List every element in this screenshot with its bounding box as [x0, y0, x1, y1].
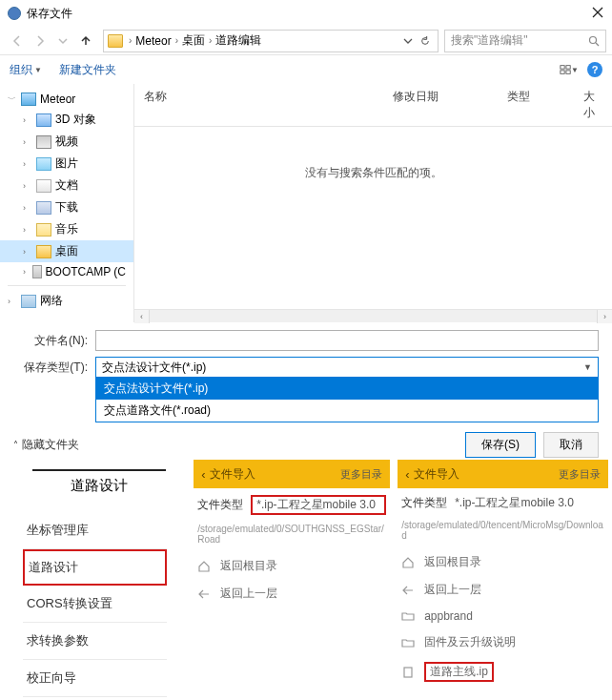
road-design-menu: 道路设计 坐标管理库 道路设计 CORS转换设置 求转换参数 校正向导	[0, 460, 190, 698]
search-icon	[588, 35, 600, 47]
filetype-dropdown-list: 交点法设计文件(*.ip) 交点道路文件(*.road)	[95, 378, 599, 422]
menu-item-road-design[interactable]: 道路设计	[23, 549, 167, 586]
filetype-label: 文件类型	[197, 497, 245, 513]
sidebar-item-drive-c[interactable]: ›BOOTCAMP (C	[0, 262, 133, 281]
svg-rect-8	[404, 668, 412, 677]
go-up-button[interactable]: 返回上一层	[398, 576, 608, 604]
filename-label: 文件名(N):	[13, 333, 95, 349]
cube-icon	[36, 113, 51, 127]
sidebar-item-pictures[interactable]: ›图片	[0, 153, 133, 175]
refresh-button[interactable]	[417, 36, 434, 46]
panel-header: ‹ 文件导入 更多目录	[398, 460, 608, 488]
close-button[interactable]	[591, 6, 604, 22]
folder-icon	[401, 636, 415, 649]
home-icon	[401, 556, 415, 569]
menu-item-transform-params[interactable]: 求转换参数	[23, 623, 167, 660]
sidebar-item-video[interactable]: ›视频	[0, 131, 133, 153]
current-path: /storage/emulated/0/tencent/MicroMsg/Dow…	[398, 518, 608, 548]
sidebar-item-documents[interactable]: ›文档	[0, 175, 133, 196]
file-icon	[401, 666, 415, 679]
search-input[interactable]: 搜索"道路编辑"	[444, 30, 606, 52]
save-button[interactable]: 保存(S)	[465, 432, 536, 458]
svg-rect-6	[561, 71, 564, 73]
address-bar[interactable]: › Meteor › 桌面 › 道路编辑	[103, 30, 439, 52]
view-options-button[interactable]: ▼	[559, 59, 580, 80]
column-type[interactable]: 类型	[498, 84, 574, 126]
sidebar-item-3dobjects[interactable]: ›3D 对象	[0, 109, 133, 131]
svg-rect-7	[566, 71, 570, 73]
svg-point-2	[590, 36, 597, 43]
sidebar-item-downloads[interactable]: ›下载	[0, 196, 133, 218]
file-item[interactable]: 道路主线.ip	[398, 656, 608, 688]
folder-icon	[36, 245, 51, 258]
nav-back-button[interactable]	[6, 30, 29, 52]
sidebar-item-music[interactable]: ›音乐	[0, 218, 133, 240]
nav-recent-button[interactable]	[51, 30, 74, 52]
back-icon[interactable]: ‹	[201, 467, 205, 482]
menu-item-cors[interactable]: CORS转换设置	[23, 586, 167, 623]
filetype-label: 文件类型	[401, 495, 449, 511]
breadcrumb-item[interactable]: 道路编辑	[214, 32, 263, 49]
chevron-right-icon: ›	[127, 35, 133, 46]
hide-folders-toggle[interactable]: ˄ 隐藏文件夹	[13, 437, 79, 453]
music-icon	[36, 223, 51, 237]
go-root-button[interactable]: 返回根目录	[398, 548, 608, 576]
folder-item[interactable]: appbrand	[398, 604, 608, 628]
nav-forward-button[interactable]	[29, 30, 51, 52]
monitor-icon	[21, 93, 36, 106]
scroll-right-icon[interactable]: ›	[597, 310, 612, 323]
folder-icon	[401, 609, 415, 623]
column-date[interactable]: 修改日期	[383, 84, 498, 126]
titlebar: 保存文件	[0, 0, 612, 27]
filetype-option[interactable]: 交点法设计文件(*.ip)	[96, 378, 598, 400]
chevron-right-icon: ›	[173, 35, 180, 46]
breadcrumb-item[interactable]: Meteor	[133, 34, 173, 48]
chevron-down-icon: ▼	[583, 362, 592, 372]
new-folder-button[interactable]: 新建文件夹	[59, 62, 116, 78]
folder-item[interactable]: 固件及云升级说明	[398, 628, 608, 656]
svg-rect-4	[561, 66, 564, 69]
chevron-up-icon: ˄	[13, 440, 18, 450]
sidebar-item-network[interactable]: ›网络	[0, 290, 133, 312]
go-root-button[interactable]: 返回根目录	[194, 552, 390, 580]
column-size[interactable]: 大小	[574, 84, 612, 126]
back-arrow-icon	[197, 587, 211, 601]
horizontal-scrollbar[interactable]: ‹ ›	[134, 309, 612, 322]
menu-item-calibration[interactable]: 校正向导	[23, 660, 167, 697]
search-placeholder: 搜索"道路编辑"	[451, 32, 528, 49]
go-up-button[interactable]: 返回上一层	[194, 580, 390, 607]
scroll-left-icon[interactable]: ‹	[134, 310, 150, 323]
panel-title: 文件导入	[414, 466, 459, 483]
organize-button[interactable]: 组织▼	[10, 62, 42, 78]
more-dirs-button[interactable]: 更多目录	[559, 467, 601, 482]
help-button[interactable]: ?	[587, 62, 602, 77]
file-import-panel-2: ‹ 文件导入 更多目录 文件类型 *.ip-工程之星mobile 3.0 /st…	[394, 460, 612, 698]
filename-input[interactable]	[95, 330, 599, 351]
cancel-button[interactable]: 取消	[543, 432, 599, 458]
nav-up-button[interactable]	[74, 30, 97, 52]
sidebar: ﹀Meteor ›3D 对象 ›视频 ›图片 ›文档 ›下载 ›音乐 ›桌面 ›…	[0, 84, 133, 322]
filetype-label: 保存类型(T):	[13, 360, 95, 376]
video-icon	[36, 135, 51, 149]
back-arrow-icon	[401, 584, 415, 597]
filetype-option[interactable]: 交点道路文件(*.road)	[96, 400, 598, 422]
back-icon[interactable]: ‹	[405, 467, 409, 482]
address-dropdown[interactable]	[399, 36, 417, 46]
drive-icon	[32, 265, 42, 278]
document-icon	[36, 179, 51, 193]
save-file-dialog: 保存文件 › Meteor › 桌面 › 道路编辑 搜索"道路编辑"	[0, 0, 612, 406]
filetype-value[interactable]: *.ip-工程之星mobile 3.0	[251, 495, 386, 515]
breadcrumb-item[interactable]: 桌面	[180, 32, 207, 49]
column-header-row: 名称 修改日期 类型 大小	[134, 84, 612, 127]
filetype-select[interactable]: 交点法设计文件(*.ip) ▼	[95, 357, 599, 378]
filetype-value[interactable]: *.ip-工程之星mobile 3.0	[455, 495, 604, 511]
panel-header: ‹ 文件导入 更多目录	[194, 460, 390, 488]
menu-item-coord-lib[interactable]: 坐标管理库	[23, 512, 167, 549]
picture-icon	[36, 157, 51, 171]
menu-title: 道路设计	[32, 469, 166, 503]
sidebar-item-pc[interactable]: ﹀Meteor	[0, 90, 133, 109]
column-name[interactable]: 名称	[134, 84, 383, 126]
sidebar-item-desktop[interactable]: ›桌面	[0, 240, 133, 262]
more-dirs-button[interactable]: 更多目录	[340, 467, 382, 482]
dialog-title: 保存文件	[27, 6, 72, 22]
